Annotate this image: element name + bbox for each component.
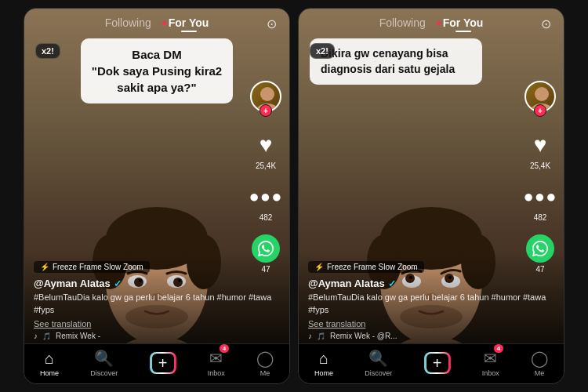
nav-home-label-1: Home	[40, 369, 59, 377]
freeze-icon-1: ⚡	[40, 263, 49, 271]
tab-foryou-2[interactable]: For You	[443, 16, 484, 29]
verified-icon-2: ✓	[388, 278, 396, 289]
music-flag-2: 🎵	[317, 332, 325, 340]
plus-btn-2[interactable]: +	[424, 352, 451, 374]
like-button-1[interactable]: ♥ 25,4K	[252, 131, 280, 170]
share-count-2: 47	[535, 265, 544, 274]
nav-plus-1[interactable]: +	[150, 352, 176, 374]
live-dot-1	[162, 21, 166, 25]
nav-inbox-label-2: Inbox	[482, 369, 499, 377]
avatar-container-1[interactable]: +	[250, 81, 281, 112]
inbox-count-1: 4	[220, 344, 229, 353]
freeze-label-1: Freeze Frame Slow Zoom	[53, 263, 143, 271]
music-row-1: ♪ 🎵 Remix Wek -	[34, 332, 280, 340]
comment-count-1: 482	[260, 213, 273, 222]
freeze-badge-2: ⚡ Freeze Frame Slow Zoom	[308, 261, 424, 273]
caption-bubble-1: Baca DM "Dok saya Pusing kira2 sakit apa…	[81, 38, 233, 103]
svg-point-28	[535, 87, 549, 101]
comment-icon-2: ●●●	[524, 187, 557, 207]
home-icon-2: ⌂	[319, 350, 328, 368]
inbox-badge-container-2: ✉ 4	[484, 349, 497, 368]
music-title-1: Remix Wek -	[56, 332, 100, 340]
caption-text-2: #BelumTauDia kalo gw ga perlu belajar 6 …	[308, 292, 554, 316]
tab-following-1[interactable]: Following	[105, 16, 151, 29]
nav-discover-label-2: Discover	[365, 369, 392, 377]
nav-me-2[interactable]: ◯ Me	[531, 349, 548, 377]
freeze-badge-1: ⚡ Freeze Frame Slow Zoom	[34, 261, 150, 273]
see-translation-1[interactable]: See translation	[34, 319, 280, 328]
nav-inbox-1[interactable]: ✉ 4 Inbox	[208, 349, 225, 377]
share-button-2[interactable]: 47	[526, 234, 554, 274]
username-1[interactable]: @Ayman Alatas	[34, 278, 111, 289]
plus-inner-2: +	[426, 354, 448, 372]
nav-home-label-2: Home	[314, 369, 333, 377]
video-overlay-1: Following For You ⊙ x2! Baca DM "Dok say…	[24, 9, 289, 383]
verified-icon-1: ✓	[114, 278, 122, 289]
inbox-icon-2: ✉	[484, 350, 497, 367]
discover-icon-2: 🔍	[368, 349, 388, 368]
music-flag-1: 🎵	[42, 332, 51, 340]
inbox-icon-1: ✉	[209, 350, 223, 367]
comment-button-1[interactable]: ●●● 482	[252, 183, 280, 222]
whatsapp-icon-2	[526, 234, 554, 263]
comment-count-2: 482	[534, 213, 547, 222]
nav-discover-label-1: Discover	[90, 369, 118, 377]
tab-foryou-1[interactable]: For You	[169, 16, 209, 29]
me-icon-2: ◯	[531, 349, 548, 368]
caption-bubble-2: Dikira gw cenayang bisa diagnosis dari s…	[310, 38, 482, 85]
phone-2: Following For You ⊙ x2! Dikira gw cenaya…	[298, 8, 564, 384]
tab-following-2[interactable]: Following	[379, 16, 426, 29]
like-count-1: 25,4K	[256, 162, 276, 170]
whatsapp-icon-1	[252, 234, 280, 263]
x2-badge-1: x2!	[35, 43, 60, 59]
nav-discover-1[interactable]: 🔍 Discover	[90, 349, 118, 377]
music-title-2: Remix Wek - @R...	[330, 332, 397, 340]
nav-home-2[interactable]: ⌂ Home	[314, 350, 333, 377]
music-row-2: ♪ 🎵 Remix Wek - @R...	[308, 332, 554, 340]
svg-point-13	[260, 87, 274, 101]
nav-inbox-2[interactable]: ✉ 4 Inbox	[482, 349, 499, 377]
share-button-1[interactable]: 47	[252, 234, 280, 274]
bottom-nav-1: ⌂ Home 🔍 Discover + ✉ 4 Inbox ◯	[24, 343, 289, 383]
video-overlay-2: Following For You ⊙ x2! Dikira gw cenaya…	[299, 9, 564, 383]
follow-plus-1[interactable]: +	[260, 104, 272, 117]
plus-inner-1: +	[152, 354, 174, 372]
comment-button-2[interactable]: ●●● 482	[526, 183, 554, 222]
discover-icon-1: 🔍	[94, 349, 114, 368]
like-button-2[interactable]: ♥ 25,4K	[526, 131, 554, 170]
plus-btn-1[interactable]: +	[150, 352, 176, 374]
top-nav-1: Following For You ⊙	[24, 9, 289, 34]
x2-badge-2: x2!	[310, 43, 335, 59]
username-2[interactable]: @Ayman Alatas	[308, 278, 385, 289]
info-icon-2[interactable]: ⊙	[541, 16, 551, 31]
freeze-label-2: Freeze Frame Slow Zoom	[327, 263, 418, 271]
phone-1: Following For You ⊙ x2! Baca DM "Dok say…	[24, 8, 290, 384]
right-icons-2: + ♥ 25,4K ●●● 482	[524, 81, 556, 274]
home-icon-1: ⌂	[45, 350, 54, 368]
nav-home-1[interactable]: ⌂ Home	[40, 350, 59, 377]
bottom-nav-2: ⌂ Home 🔍 Discover + ✉ 4 Inbox ◯	[299, 343, 564, 383]
nav-me-label-2: Me	[535, 369, 545, 377]
music-note-icon-1: ♪	[34, 332, 38, 340]
caption-text-1: #BelumTauDia kalo gw ga perlu belajar 6 …	[34, 292, 280, 316]
inbox-count-2: 4	[494, 344, 503, 353]
me-icon-1: ◯	[256, 349, 274, 368]
nav-discover-2[interactable]: 🔍 Discover	[365, 349, 392, 377]
nav-plus-2[interactable]: +	[424, 352, 451, 374]
see-translation-2[interactable]: See translation	[308, 319, 554, 328]
freeze-icon-2: ⚡	[314, 263, 324, 271]
heart-icon-1: ♥	[260, 132, 273, 158]
info-icon-1[interactable]: ⊙	[267, 16, 277, 31]
like-count-2: 25,4K	[530, 162, 550, 170]
nav-me-1[interactable]: ◯ Me	[256, 349, 274, 377]
username-row-1: @Ayman Alatas ✓	[34, 278, 280, 289]
live-dot-2	[437, 21, 441, 25]
heart-icon-2: ♥	[534, 132, 547, 158]
follow-plus-2[interactable]: +	[534, 104, 546, 117]
music-note-icon-2: ♪	[308, 332, 312, 340]
comment-icon-1: ●●●	[249, 187, 283, 207]
username-row-2: @Ayman Alatas ✓	[308, 278, 554, 289]
avatar-container-2[interactable]: +	[524, 81, 556, 112]
nav-me-label-1: Me	[260, 369, 270, 377]
right-icons-1: + ♥ 25,4K ●●● 482	[250, 81, 281, 274]
